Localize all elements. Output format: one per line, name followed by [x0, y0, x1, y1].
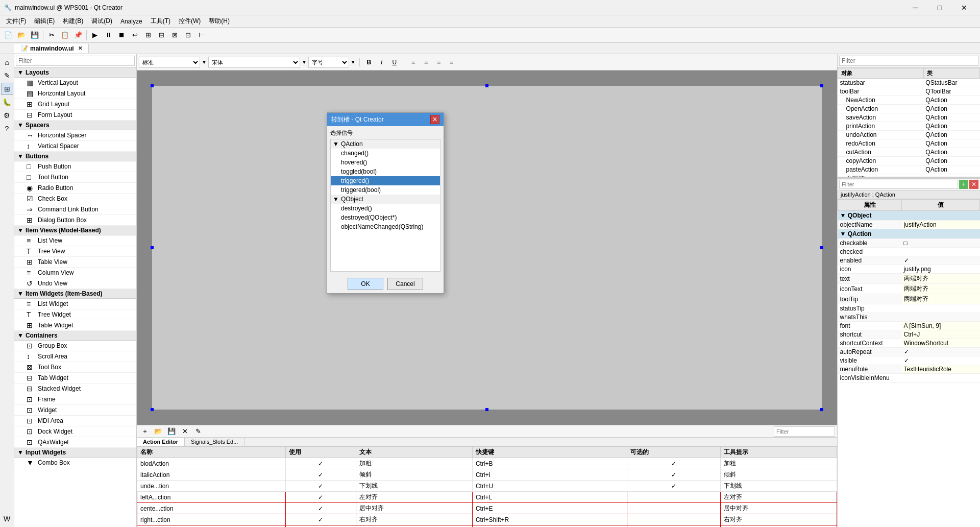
widget-stacked-widget[interactable]: ⊟ Stacked Widget — [14, 384, 136, 394]
props-row[interactable]: visible ✓ — [838, 356, 980, 365]
signal-item-destroyed[interactable]: destroyed() — [331, 204, 440, 213]
align-center-button[interactable]: ≡ — [421, 57, 432, 68]
menu-tools[interactable]: 工具(T) — [146, 16, 175, 27]
props-row[interactable]: font A [SimSun, 9] — [838, 322, 980, 330]
widget-dock-widget[interactable]: ⊡ Dock Widget — [14, 426, 136, 437]
toolbar-btn12[interactable]: ⊢ — [195, 29, 207, 41]
widget-command-link[interactable]: ⇒ Command Link Button — [14, 204, 136, 215]
props-row[interactable]: text 两端对齐 — [838, 274, 980, 284]
bold-button[interactable]: B — [363, 57, 375, 68]
table-row[interactable]: blodAction ✓ 加粗 Ctrl+B ✓ 加粗 — [137, 458, 837, 469]
toolbar-open[interactable]: 📂 — [15, 29, 28, 41]
form-canvas[interactable] — [152, 86, 822, 410]
widget-combo-box[interactable]: ▼ Combo Box — [14, 458, 136, 468]
prop-value[interactable]: WindowShortcut — [902, 339, 980, 348]
widget-scroll-area[interactable]: ↕ Scroll Area — [14, 351, 136, 362]
prop-value[interactable]: 两端对齐 — [902, 284, 980, 294]
props-row[interactable]: menuRole TextHeuristicRole — [838, 365, 980, 374]
signal-item-toggled[interactable]: toggled(bool) — [331, 167, 440, 176]
design-icon[interactable]: ⊞ — [1, 83, 13, 95]
qt-icon[interactable]: W — [1, 513, 13, 525]
menu-build[interactable]: 构建(B) — [59, 16, 87, 27]
object-tree-row[interactable]: undoAction QAction — [838, 131, 980, 139]
toolbar-btn11[interactable]: ⊡ — [182, 29, 194, 41]
prop-value[interactable] — [902, 304, 980, 313]
toolbar-save[interactable]: 💾 — [29, 29, 41, 41]
widget-undo-view[interactable]: ↺ Undo View — [14, 278, 136, 289]
section-buttons[interactable]: ▼ Buttons — [14, 152, 136, 161]
props-row[interactable]: whatsThis — [838, 313, 980, 322]
props-row[interactable]: checkable □ — [838, 239, 980, 248]
close-button[interactable]: ✕ — [952, 0, 976, 15]
widget-dialog-button-box[interactable]: ⊞ Dialog Button Box — [14, 215, 136, 226]
action-save-btn[interactable]: 💾 — [165, 425, 178, 438]
prop-value[interactable] — [902, 374, 980, 382]
section-layouts[interactable]: ▼ Layouts — [14, 68, 136, 78]
prop-value[interactable] — [902, 313, 980, 322]
action-pencil-btn[interactable]: ✎ — [192, 425, 204, 438]
prop-value[interactable]: justify.png — [902, 265, 980, 274]
widget-column-view[interactable]: ≡ Column View — [14, 268, 136, 278]
widget-tree-widget[interactable]: T Tree Widget — [14, 309, 136, 320]
widget-form-layout[interactable]: ⊟ Form Layout — [14, 110, 136, 121]
signal-item-changed[interactable]: changed() — [331, 149, 440, 158]
menu-widgets[interactable]: 控件(W) — [175, 16, 205, 27]
welcome-icon[interactable]: ⌂ — [1, 56, 13, 68]
widget-list-widget[interactable]: ≡ List Widget — [14, 299, 136, 309]
toolbar-btn3[interactable]: 📌 — [72, 29, 84, 41]
signal-item-hovered[interactable]: hovered() — [331, 158, 440, 167]
prop-value[interactable]: ✓ — [902, 348, 980, 356]
object-tree-row[interactable]: NewAction QAction — [838, 96, 980, 105]
section-item-views[interactable]: ▼ Item Views (Model-Based) — [14, 226, 136, 235]
prop-value[interactable]: Ctrl+J — [902, 330, 980, 339]
widget-qax[interactable]: ⊡ QAxWidget — [14, 437, 136, 448]
font-style-select[interactable]: 标准 — [139, 57, 200, 68]
dialog-close-btn[interactable]: ✕ — [430, 115, 439, 124]
section-containers[interactable]: ▼ Containers — [14, 331, 136, 341]
props-row[interactable]: autoRepeat ✓ — [838, 348, 980, 356]
object-tree-row[interactable]: saveAction QAction — [838, 113, 980, 122]
section-input-widgets[interactable]: ▼ Input Widgets — [14, 448, 136, 458]
widget-v-spacer[interactable]: ↕ Vertical Spacer — [14, 141, 136, 152]
toolbar-btn6[interactable]: ⏹ — [115, 29, 128, 41]
prop-value[interactable]: justifyAction — [902, 221, 980, 229]
signal-item-destroyed-obj[interactable]: destroyed(QObject*) — [331, 213, 440, 222]
widget-check-box[interactable]: ☑ Check Box — [14, 194, 136, 204]
filter-add-btn[interactable]: + — [959, 180, 968, 189]
menu-edit[interactable]: 编辑(E) — [30, 16, 59, 27]
filter-remove-btn[interactable]: ✕ — [969, 180, 978, 189]
menu-analyze[interactable]: Analyze — [116, 17, 146, 26]
edit-icon[interactable]: ✎ — [1, 69, 13, 82]
props-row[interactable]: statusTip — [838, 304, 980, 313]
signal-item-triggered-bool[interactable]: triggered(bool) — [331, 185, 440, 195]
minimize-button[interactable]: ─ — [903, 0, 927, 15]
section-item-widgets[interactable]: ▼ Item Widgets (Item-Based) — [14, 289, 136, 299]
prop-value[interactable]: A [SimSun, 9] — [902, 322, 980, 330]
align-left-button[interactable]: ≡ — [408, 57, 419, 68]
font-name-select[interactable]: 宋体 — [208, 57, 300, 68]
menu-file[interactable]: 文件(F) — [2, 16, 30, 27]
toolbar-btn8[interactable]: ⊞ — [142, 29, 154, 41]
toolbar-btn10[interactable]: ⊠ — [168, 29, 181, 41]
widget-horizontal-layout[interactable]: ▤ Horizontal Layout — [14, 88, 136, 99]
widget-search-input[interactable] — [16, 56, 135, 66]
menu-help[interactable]: 帮助(H) — [205, 16, 234, 27]
table-row[interactable]: italicAction ✓ 倾斜 Ctrl+I ✓ 倾斜 — [137, 469, 837, 481]
prop-value[interactable] — [902, 248, 980, 256]
props-row[interactable]: enabled ✓ — [838, 256, 980, 265]
table-row[interactable]: leftA...ction ✓ 左对齐 Ctrl+L 左对齐 — [137, 492, 837, 503]
action-open-btn[interactable]: 📂 — [152, 425, 164, 438]
widget-grid-layout[interactable]: ⊞ Grid Layout — [14, 99, 136, 110]
widget-frame[interactable]: ⊡ Frame — [14, 394, 136, 405]
toolbar-btn5[interactable]: ⏸ — [102, 29, 114, 41]
signal-item-triggered[interactable]: triggered() — [331, 176, 440, 185]
maximize-button[interactable]: □ — [928, 0, 951, 15]
widget-radio-button[interactable]: ◉ Radio Button — [14, 183, 136, 194]
toolbar-btn2[interactable]: 📋 — [59, 29, 71, 41]
props-row[interactable]: iconVisibleInMenu — [838, 374, 980, 382]
object-filter-input[interactable] — [839, 56, 978, 66]
props-row[interactable]: shortcut Ctrl+J — [838, 330, 980, 339]
handle-mid-left[interactable] — [151, 246, 154, 249]
prop-value[interactable]: □ — [902, 239, 980, 248]
object-tree-row[interactable]: statusbar QStatusBar — [838, 79, 980, 87]
